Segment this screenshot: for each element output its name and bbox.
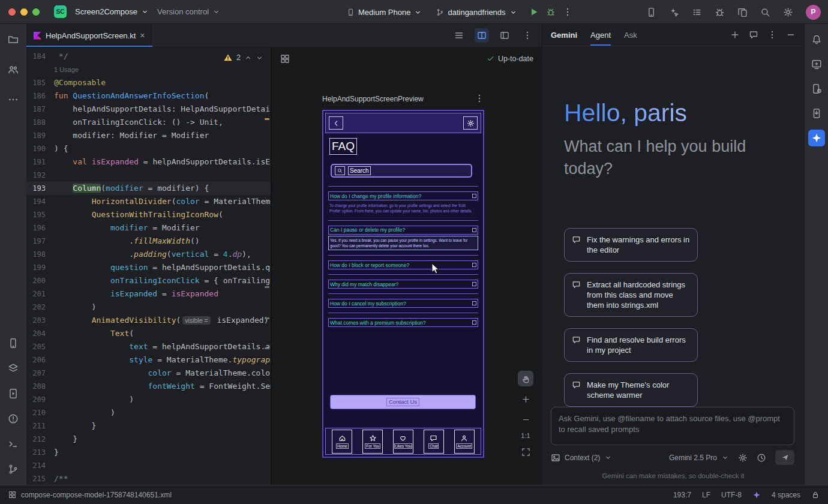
suggestion-card[interactable]: Make my Theme's color scheme warmer <box>564 373 698 407</box>
tool-device-manager[interactable] <box>808 80 825 97</box>
tool-running-devices[interactable] <box>808 105 825 122</box>
context-dropdown[interactable]: Context (2) <box>565 454 600 462</box>
person-icon <box>460 434 468 442</box>
gemini-options-icon[interactable] <box>767 30 777 40</box>
history-icon[interactable] <box>757 453 766 463</box>
settings-icon[interactable] <box>783 7 793 17</box>
split-view-button[interactable] <box>475 28 489 43</box>
gallery-view-icon[interactable] <box>280 54 290 64</box>
tab-ask[interactable]: Ask <box>624 24 637 46</box>
line-text: } <box>54 419 271 433</box>
hide-panel-icon[interactable] <box>786 30 796 40</box>
close-tab-button[interactable]: × <box>140 31 145 40</box>
vcs-menu[interactable]: Version control <box>157 7 220 16</box>
code-view-button[interactable] <box>452 28 466 43</box>
ai-code-completion-icon[interactable] <box>752 491 761 499</box>
kebab-icon <box>523 31 532 40</box>
preview-canvas[interactable]: HelpAndSupportScreenPreview FAQ Search <box>272 70 542 485</box>
editor-options-button[interactable] <box>520 28 535 43</box>
structure-icon[interactable] <box>692 7 702 17</box>
main-area: HelpAndSupportScreen.kt × 2 <box>0 24 828 485</box>
tool-build-variants[interactable] <box>5 360 22 377</box>
caret-position[interactable]: 193:7 <box>673 491 691 499</box>
code-line: 1 Usage <box>26 63 271 76</box>
tab-agent[interactable]: Agent <box>590 24 611 46</box>
user-avatar[interactable]: P <box>806 5 821 20</box>
file-lock-icon[interactable] <box>811 491 820 499</box>
preview-options-icon[interactable] <box>475 94 484 103</box>
inspections-widget[interactable]: 2 <box>223 53 263 62</box>
statusbar-widgets: 193:7LFUTF-84 spaces <box>673 491 820 499</box>
device-mirroring-icon[interactable] <box>737 7 748 17</box>
next-issue-icon[interactable] <box>256 54 263 62</box>
device-selector[interactable]: Medium Phone <box>347 8 422 17</box>
tool-gemini[interactable] <box>808 130 825 146</box>
profiler-icon[interactable] <box>715 7 725 17</box>
hand-icon <box>521 374 530 383</box>
tool-running-devices[interactable] <box>5 335 22 352</box>
tool-app-quality-insights[interactable] <box>808 56 825 73</box>
tool-more-tool-windows[interactable] <box>5 91 22 108</box>
conversations-icon[interactable] <box>749 30 758 40</box>
tool-commit[interactable] <box>5 61 22 78</box>
minimize-window-button[interactable] <box>20 8 28 16</box>
maximize-window-button[interactable] <box>32 8 40 16</box>
run-button[interactable] <box>529 7 539 17</box>
suggestion-card[interactable]: Find and resolve build errors in my proj… <box>564 328 698 362</box>
zoom-out[interactable] <box>518 412 533 427</box>
suggestion-card[interactable]: Extract all hardcoded strings from this … <box>564 273 698 317</box>
previous-issue-icon[interactable] <box>244 54 252 62</box>
line-text: modifier: Modifier = Modifier <box>54 129 271 142</box>
debug-button[interactable] <box>546 7 556 17</box>
design-view-button[interactable] <box>497 28 512 43</box>
line-number: 201 <box>26 287 54 301</box>
zoom-controls: 1:1 <box>518 371 533 460</box>
debug-icon <box>546 7 556 17</box>
gemini-settings-icon[interactable] <box>738 453 748 463</box>
tool-terminal[interactable] <box>5 436 22 452</box>
line-text: fontWeight = FontWeight.SemiBold <box>54 380 271 393</box>
model-dropdown[interactable]: Gemini 2.5 Pro <box>669 454 717 462</box>
scrollbar-mark <box>265 286 269 288</box>
preview-name[interactable]: HelpAndSupportScreenPreview <box>322 95 424 103</box>
attach-image-icon[interactable] <box>551 453 560 463</box>
zoom-reset[interactable]: 1:1 <box>521 432 530 439</box>
project-selector[interactable]: Screen2Compose <box>75 7 149 16</box>
zoom-to-fit[interactable] <box>518 444 533 460</box>
zoom-in[interactable] <box>518 391 533 407</box>
tool-project[interactable] <box>5 31 22 48</box>
home-icon <box>338 434 346 442</box>
line-text: text = helpAndSupportDetails.answer, <box>54 340 271 353</box>
search-everywhere-icon[interactable] <box>760 7 770 17</box>
gemini-input[interactable]: Ask Gemini, use @filename to attach sour… <box>551 407 794 445</box>
editor-tab[interactable]: HelpAndSupportScreen.kt × <box>26 24 153 47</box>
indent-style[interactable]: 4 spaces <box>772 491 800 499</box>
code-view-icon <box>454 31 464 40</box>
line-number: 204 <box>26 327 54 340</box>
tool-notifications[interactable] <box>808 31 825 48</box>
back-button <box>329 116 343 130</box>
new-chat-icon[interactable] <box>730 30 740 40</box>
tool-problems[interactable] <box>5 410 22 427</box>
tool-version-control[interactable] <box>5 461 22 478</box>
suggestion-card[interactable]: Fix the warnings and errors in the edito… <box>564 228 698 262</box>
line-number: 193 <box>26 182 54 195</box>
tool-device-explorer[interactable] <box>5 385 22 402</box>
close-window-button[interactable] <box>8 8 16 16</box>
app-logo: SC <box>54 5 67 18</box>
pan-tool[interactable] <box>518 371 533 386</box>
file-encoding[interactable]: UTF-8 <box>721 491 742 499</box>
send-button[interactable] <box>775 450 794 465</box>
branch-selector[interactable]: datingandfriends <box>436 8 517 17</box>
line-number: 189 <box>26 129 54 142</box>
usages-hint[interactable]: 1 Usage <box>54 66 79 73</box>
code-editor[interactable]: 2 184 */1 Usage185@Composable186fun Ques… <box>26 47 271 485</box>
more-actions-button[interactable] <box>563 7 572 17</box>
status-file-name[interactable]: compose-compose-model-1758748140651.xml <box>21 491 172 499</box>
branch-name: datingandfriends <box>448 8 505 17</box>
heart-icon <box>399 434 407 442</box>
window-controls[interactable] <box>8 8 40 16</box>
layout-inspector-icon[interactable] <box>646 7 656 17</box>
ai-assistant-icon[interactable] <box>669 7 679 17</box>
line-separator[interactable]: LF <box>702 491 710 499</box>
